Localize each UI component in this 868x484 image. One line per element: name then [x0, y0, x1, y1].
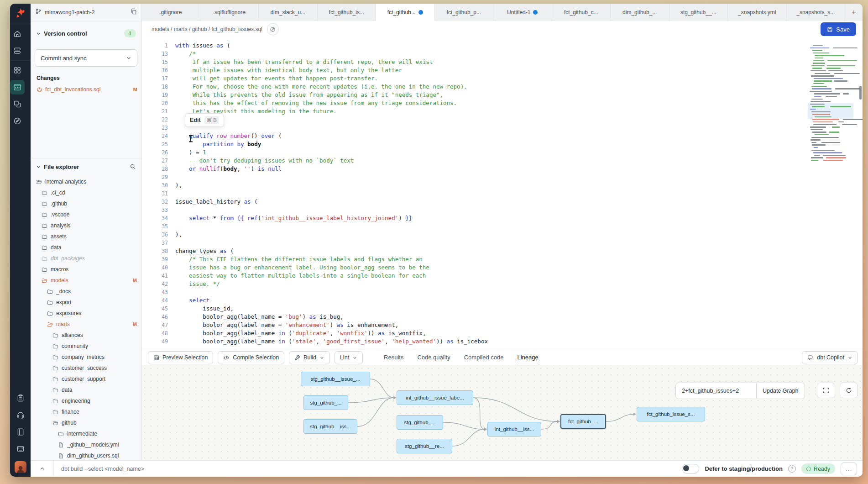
explore-icon[interactable]	[10, 114, 25, 128]
help-icon[interactable]: ?	[788, 465, 796, 473]
tab-fct_github_is-[interactable]: fct_github_is...	[318, 4, 376, 21]
command-input[interactable]: dbt build --select <model_name>	[54, 466, 682, 472]
results-tab-code-quality[interactable]: Code quality	[417, 349, 450, 366]
tab--gitignore[interactable]: .gitignore	[141, 4, 200, 21]
tree-item-customer_success[interactable]: customer_success	[31, 363, 141, 374]
lineage-node-stg_github__iss-[interactable]: stg_github__iss...	[303, 419, 357, 434]
tab--sqlfluffignore[interactable]: .sqlfluffignore	[200, 4, 259, 21]
docs-icon[interactable]	[13, 425, 28, 439]
lineage-node-int_github__issue_labe-[interactable]: int_github__issue_labe...	[397, 390, 473, 405]
lineage-node-stg_github__re-[interactable]: stg_github__re...	[397, 439, 452, 453]
update-graph-button[interactable]: Update Graph	[757, 383, 805, 399]
code-line: 45 issue_id,	[141, 305, 863, 313]
tree-item--ci_cd[interactable]: .ci_cd	[31, 187, 141, 198]
tree-item-internal-analytics[interactable]: internal-analytics	[31, 176, 141, 187]
tree-item-export[interactable]: export	[31, 297, 141, 308]
tab-stg_github__-[interactable]: stg_github__...	[669, 4, 728, 21]
version-control-header[interactable]: Version control 1	[31, 27, 141, 39]
modified-badge: M	[133, 321, 137, 327]
compile-selection-button[interactable]: Compile Selection	[218, 351, 284, 364]
code-text: ),	[175, 181, 182, 189]
preview-selection-button[interactable]: Preview Selection	[148, 351, 213, 364]
results-tab-results[interactable]: Results	[384, 349, 403, 366]
tab-fct_github_p-[interactable]: fct_github_p...	[435, 4, 494, 21]
tab-_snapshots_s-[interactable]: _snapshots_s...	[787, 4, 846, 21]
results-tab-compiled-code[interactable]: Compiled code	[464, 349, 504, 366]
tree-item-intermediate[interactable]: intermediate	[31, 428, 141, 439]
recent-files-icon[interactable]	[10, 43, 25, 58]
new-tab-button[interactable]: +	[845, 4, 863, 21]
minimap[interactable]	[810, 45, 852, 166]
tree-item-finance[interactable]: finance	[31, 406, 141, 417]
tab-fct_github-[interactable]: fct_github...	[376, 4, 435, 21]
tree-item-models[interactable]: modelsM	[31, 275, 141, 286]
lineage-fullscreen-button[interactable]	[817, 383, 835, 398]
lineage-node-fct_github_issue_s-[interactable]: fct_github_issue_s...	[637, 407, 705, 421]
save-button[interactable]: Save	[821, 22, 856, 36]
tree-item-engineering[interactable]: engineering	[31, 395, 141, 406]
tree-item-macros[interactable]: macros	[31, 264, 141, 275]
file-state-icon[interactable]	[267, 23, 279, 35]
minimap-line	[812, 68, 822, 68]
tree-item-_docs[interactable]: _docs	[31, 286, 141, 297]
tree-item-customer_support[interactable]: customer_support	[31, 374, 141, 384]
minimap-line	[814, 155, 820, 156]
tree-item-marts[interactable]: martsM	[31, 319, 141, 330]
code-editor[interactable]: 1with issues as (13 /*15 If an issue has…	[141, 37, 863, 349]
minimap-line	[843, 119, 863, 120]
shortcuts-icon[interactable]	[13, 442, 28, 456]
lineage-node-stg_github_-[interactable]: stg_github_...	[397, 415, 443, 430]
tree-item-alliances[interactable]: alliances	[31, 330, 141, 341]
tasks-icon[interactable]	[13, 391, 28, 405]
collapse-command-bar-button[interactable]	[31, 461, 54, 477]
commit-and-sync-select[interactable]: Commit and sync	[35, 49, 137, 67]
search-icon[interactable]	[130, 163, 136, 170]
edit-popup[interactable]: Edit ⌘ B	[185, 113, 224, 127]
tree-item-dim_github_users-sql[interactable]: dim_github_users.sql	[31, 450, 141, 461]
results-tab-lineage[interactable]: Lineage	[517, 349, 538, 366]
dbt-copilot-button[interactable]: dbt Copilot	[802, 351, 858, 364]
tree-item-community[interactable]: community	[31, 341, 141, 352]
tab-_snapshots-yml[interactable]: _snapshots.yml	[728, 4, 787, 21]
tree-item-data[interactable]: data	[31, 384, 141, 395]
tree-item-analysis[interactable]: analysis	[31, 220, 141, 231]
projects-icon[interactable]	[10, 97, 25, 111]
tree-item-dbt_packages[interactable]: dbt_packages	[31, 253, 141, 264]
defer-toggle[interactable]	[682, 464, 699, 473]
changed-file-row[interactable]: fct_dbt_invocations.sql M	[37, 84, 137, 95]
tab-label: _snapshots_s...	[796, 9, 835, 16]
tree-item--vscode[interactable]: .vscode	[31, 209, 141, 220]
lint-button[interactable]: Lint	[335, 351, 363, 364]
branch-selector[interactable]: mirnawong1-patch-2	[31, 4, 141, 21]
lineage-selector-input[interactable]: 2+fct_github_issues+2	[676, 383, 757, 399]
user-avatar[interactable]	[15, 461, 26, 473]
tab-dim_github_-[interactable]: dim_github_...	[611, 4, 669, 21]
tree-item-github[interactable]: github	[31, 417, 141, 428]
home-icon[interactable]	[10, 26, 25, 41]
tab-fct_github_c-[interactable]: fct_github_c...	[552, 4, 611, 21]
more-options-button[interactable]: ...	[841, 463, 857, 475]
tab-Untitled-1[interactable]: Untitled-1	[493, 4, 552, 21]
copy-branch-icon[interactable]	[131, 8, 137, 16]
editor-scrollbar[interactable]	[859, 86, 862, 100]
tree-item-data[interactable]: data	[31, 242, 141, 253]
apps-grid-icon[interactable]	[10, 63, 25, 78]
tree-item-_github__models-yml[interactable]: _github__models.yml	[31, 439, 141, 450]
lineage-refresh-button[interactable]	[840, 383, 858, 398]
tab-dim_slack_u-[interactable]: dim_slack_u...	[259, 4, 318, 21]
line-number: 17	[141, 74, 175, 83]
lineage-node-fct_github_-[interactable]: fct_github_...	[560, 414, 606, 429]
lineage-panel[interactable]: 2+fct_github_issues+2 Update Graph stg_g…	[141, 365, 863, 461]
tree-item--github[interactable]: .github	[31, 198, 141, 209]
support-icon[interactable]	[13, 408, 28, 422]
tree-item-exposures[interactable]: exposures	[31, 308, 141, 319]
file-explorer-title: File explorer	[44, 163, 127, 170]
lineage-node-stg_github__issue_-[interactable]: stg_github__issue_...	[301, 372, 370, 386]
build-button[interactable]: Build	[289, 351, 330, 364]
tree-item-assets[interactable]: assets	[31, 231, 141, 242]
file-explorer-header[interactable]: File explorer	[31, 161, 141, 173]
lineage-node-stg_github_-[interactable]: stg_github_...	[303, 395, 348, 410]
tree-item-company_metrics[interactable]: company_metrics	[31, 352, 141, 363]
lineage-node-int_github__iss-[interactable]: int_github__iss...	[487, 422, 541, 437]
ide-icon[interactable]	[10, 80, 25, 95]
